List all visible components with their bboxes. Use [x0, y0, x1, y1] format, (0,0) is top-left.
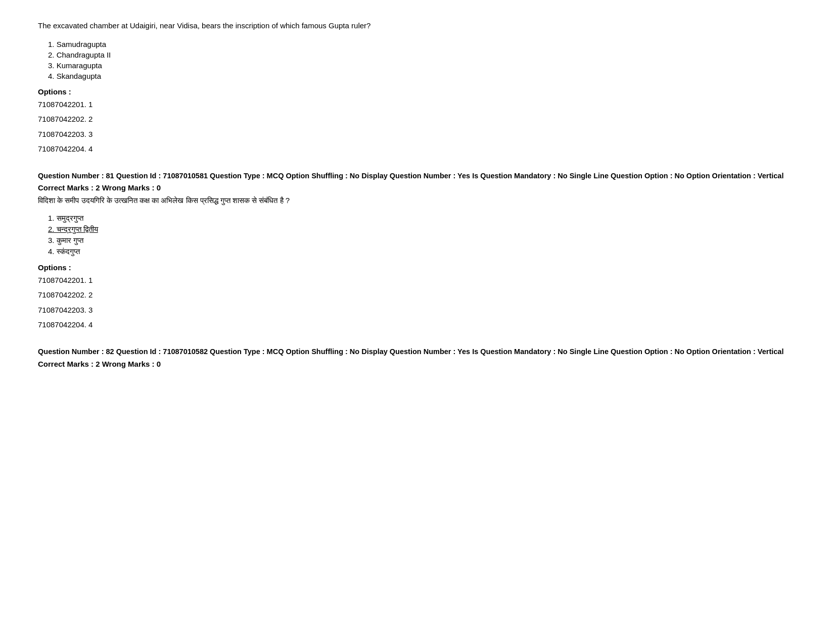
option-id-2-2: 71087042202. 2 [38, 288, 796, 302]
option-id-2-1: 71087042201. 1 [38, 274, 796, 287]
options-label-1: Options : [38, 87, 796, 96]
option-1-english: 1. Samudragupta [48, 40, 796, 48]
question-81-marks: Correct Marks : 2 Wrong Marks : 0 [38, 183, 796, 192]
section1-english-question: The excavated chamber at Udaigiri, near … [38, 20, 796, 156]
options-list-hindi: 1. समुद्रगुप्त 2. चन्द्रगुप्त द्वितीय 3.… [48, 214, 796, 256]
section3-question82: Question Number : 82 Question Id : 71087… [38, 346, 796, 368]
question-82-meta: Question Number : 82 Question Id : 71087… [38, 346, 796, 358]
option-2-hindi: 2. चन्द्रगुप्त द्वितीय [48, 225, 796, 234]
option-4-hindi: 4. स्कंदगुप्त [48, 247, 796, 256]
option-2-english: 2. Chandragupta II [48, 51, 796, 59]
option-1-hindi: 1. समुद्रगुप्त [48, 214, 796, 223]
option-id-2-3: 71087042203. 3 [38, 304, 796, 317]
option-id-1-2: 71087042202. 2 [38, 113, 796, 126]
option-id-1-3: 71087042203. 3 [38, 128, 796, 141]
section2-question81: Question Number : 81 Question Id : 71087… [38, 171, 796, 331]
option-2-hindi-underline: 2. चन्द्रगुप्त द्वितीय [48, 225, 98, 233]
question-82-marks: Correct Marks : 2 Wrong Marks : 0 [38, 360, 796, 368]
question-81-meta: Question Number : 81 Question Id : 71087… [38, 171, 796, 182]
options-label-2: Options : [38, 263, 796, 272]
option-3-english: 3. Kumaragupta [48, 61, 796, 70]
option-id-1-1: 71087042201. 1 [38, 98, 796, 111]
option-4-english: 4. Skandagupta [48, 72, 796, 80]
options-list-english: 1. Samudragupta 2. Chandragupta II 3. Ku… [48, 40, 796, 80]
option-id-1-4: 71087042204. 4 [38, 142, 796, 156]
option-3-hindi: 3. कुमार गुप्त [48, 236, 796, 245]
question-81-hindi: विदिशा के समीप उदयगिरि के उत्खनित कक्ष क… [38, 195, 796, 207]
question-text-english: The excavated chamber at Udaigiri, near … [38, 20, 796, 32]
option-id-2-4: 71087042204. 4 [38, 318, 796, 331]
